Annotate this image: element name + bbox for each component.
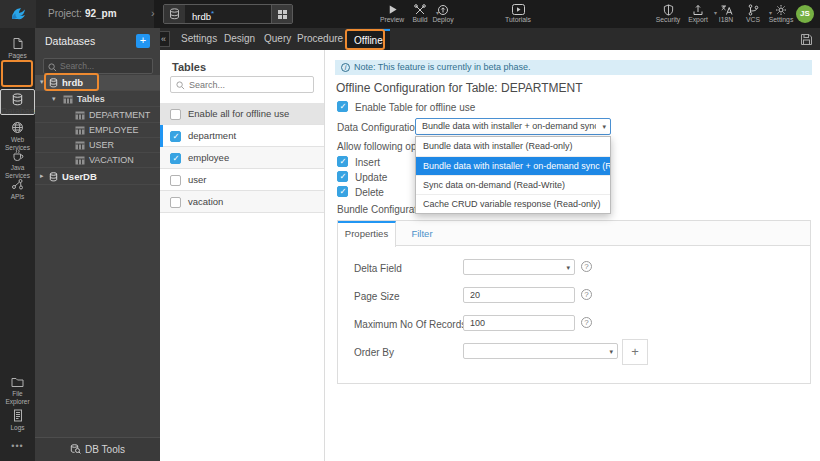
tab-query[interactable]: Query [264, 28, 291, 50]
grid-view-icon[interactable] [271, 5, 292, 23]
db-selector[interactable]: hrdb* [163, 4, 293, 24]
sidebar-item-apis[interactable]: APIs [0, 178, 35, 201]
data-configuration-select[interactable]: Bundle data with installer + on-demand s… [415, 118, 611, 135]
delta-field-select[interactable]: ▾ [463, 259, 575, 275]
sidebar-item-file-explorer[interactable]: File Explorer [0, 376, 35, 405]
folder-icon [11, 376, 24, 388]
sidebar-item-web-services[interactable]: Web Services [0, 121, 35, 151]
dropdown-option-selected[interactable]: Bundle data with installer + on-demand s… [416, 156, 610, 175]
chevron-down-icon[interactable]: ▾ [40, 78, 44, 86]
dropdown-option[interactable]: Cache CRUD variable response (Read-only) [416, 194, 610, 213]
delta-field-help-icon[interactable]: ? [581, 261, 592, 272]
db-search-input[interactable] [60, 59, 150, 73]
video-icon [501, 3, 535, 16]
deploy-button[interactable]: Deploy [426, 3, 460, 26]
bundle-tabs: Properties Filter [338, 221, 810, 246]
tree-item-label: EMPLOYEE [89, 123, 139, 138]
sidebar-item-pages[interactable]: Pages [0, 37, 35, 60]
max-records-input[interactable] [463, 315, 575, 331]
select-caret-icon: ▾ [609, 348, 613, 356]
wavemaker-logo[interactable] [0, 0, 36, 28]
tab-procedure[interactable]: Procedure [297, 28, 343, 50]
save-icon[interactable] [800, 32, 813, 50]
tree-item-employee[interactable]: EMPLOYEE [35, 123, 160, 138]
insert-checkbox[interactable] [337, 156, 348, 167]
sidebar-item-databases[interactable]: Databases [0, 89, 35, 115]
page-size-help-icon[interactable]: ? [581, 289, 592, 300]
tab-properties[interactable]: Properties [338, 221, 396, 247]
tree-group-label: Tables [77, 92, 105, 107]
add-database-button[interactable]: + [136, 34, 150, 48]
search-icon [176, 81, 185, 90]
enable-all-row[interactable]: Enable all for offline use [160, 103, 324, 125]
shield-icon [651, 3, 685, 16]
table-row-label: employee [188, 147, 229, 169]
tutorials-button[interactable]: Tutorials [501, 3, 535, 26]
security-button[interactable]: Security [651, 3, 685, 26]
more-options-icon[interactable]: ••• [0, 443, 35, 451]
selected-indicator [160, 125, 163, 147]
chevron-right-icon[interactable]: ▸ [40, 172, 44, 180]
enable-table-label: Enable Table for offline use [355, 102, 475, 113]
tree-item-vacation[interactable]: VACATION [35, 153, 160, 168]
add-order-by-button[interactable]: + [622, 339, 648, 365]
deploy-cloud-icon [426, 3, 460, 16]
data-configuration-label: Data Configuration [337, 122, 420, 133]
tree-item-label: USER [89, 138, 114, 153]
table-icon [75, 126, 85, 135]
beta-note-banner: iNote: This feature is currently in beta… [335, 60, 812, 75]
database-icon [49, 78, 58, 88]
db-search-box[interactable] [43, 58, 153, 74]
enable-all-checkbox[interactable] [170, 109, 181, 120]
table-icon [63, 95, 73, 104]
api-nodes-icon [11, 178, 24, 191]
table-row-vacation[interactable]: vacation [160, 191, 324, 213]
breadcrumb-chevron-icon: › [151, 7, 155, 19]
order-by-select[interactable]: ▾ [463, 343, 618, 359]
coffee-cup-icon [11, 149, 24, 162]
tree-group-tables[interactable]: ▾ Tables [35, 92, 160, 107]
chevron-down-icon[interactable]: ▾ [52, 95, 56, 103]
tab-offline[interactable]: Offline [347, 29, 390, 50]
database-icon [49, 172, 58, 182]
table-row-label: user [188, 169, 206, 191]
table-row-user[interactable]: user [160, 169, 324, 191]
update-checkbox[interactable] [337, 171, 348, 182]
dropdown-option[interactable]: Sync data on-demand (Read-Write) [416, 175, 610, 194]
select-caret-icon: ▾ [566, 264, 570, 272]
user-checkbox[interactable] [170, 175, 181, 186]
max-records-help-icon[interactable]: ? [581, 317, 592, 328]
tab-design[interactable]: Design [224, 28, 255, 50]
table-icon [75, 156, 85, 165]
tree-item-department[interactable]: DEPARTMENT [35, 108, 160, 123]
enable-table-checkbox[interactable] [337, 101, 348, 112]
db-tools-button[interactable]: DB Tools [35, 437, 160, 461]
table-row-employee[interactable]: employee [160, 147, 324, 169]
dropdown-option[interactable]: Bundle data with installer (Read-only) [416, 137, 610, 156]
tables-panel: Tables Enable all for offline use depart… [160, 50, 325, 461]
tab-filter[interactable]: Filter [396, 221, 448, 246]
user-avatar[interactable]: JS [796, 5, 814, 23]
table-row-label: vacation [188, 191, 223, 213]
employee-checkbox[interactable] [170, 153, 181, 164]
sidebar-item-java-services[interactable]: Java Services [0, 149, 35, 179]
tab-settings[interactable]: Settings [181, 28, 217, 50]
table-row-department[interactable]: department [160, 125, 324, 147]
databases-panel: Databases + ▾ hrdb ▾ Tables DEPARTMENT E… [35, 28, 160, 461]
settings-button[interactable]: ▾ Settings [764, 3, 798, 26]
sidebar-item-logs[interactable]: Logs [0, 409, 35, 432]
tree-item-user[interactable]: USER [35, 138, 160, 153]
tree-item-label: UserDB [62, 169, 97, 184]
tree-item-userdb[interactable]: ▸ UserDB [35, 168, 160, 185]
tree-item-hrdb[interactable]: ▾ hrdb [35, 75, 160, 91]
data-configuration-dropdown-menu: Bundle data with installer (Read-only) B… [415, 136, 611, 214]
table-icon [75, 141, 85, 150]
update-label: Update [355, 172, 387, 183]
department-checkbox[interactable] [170, 131, 181, 142]
delete-checkbox[interactable] [337, 186, 348, 197]
tables-search-box[interactable] [170, 76, 314, 93]
enable-all-label: Enable all for offline use [188, 103, 289, 125]
tables-search-input[interactable] [189, 78, 309, 91]
page-size-input[interactable] [463, 287, 575, 303]
vacation-checkbox[interactable] [170, 197, 181, 208]
